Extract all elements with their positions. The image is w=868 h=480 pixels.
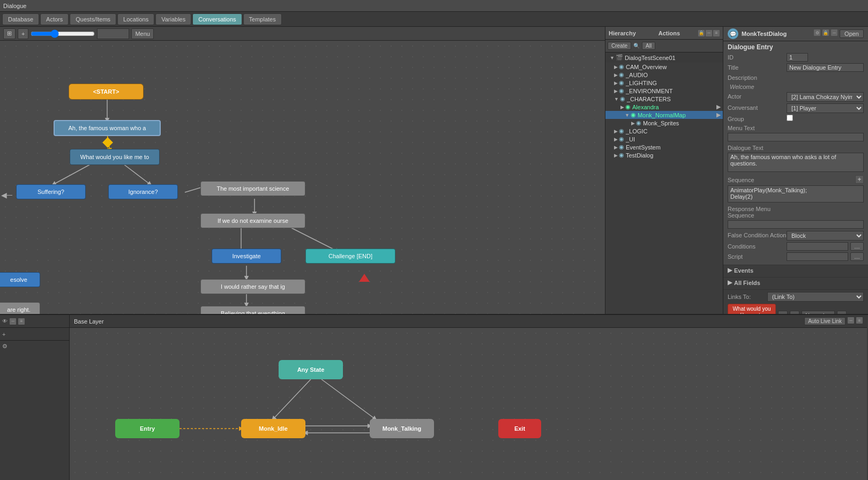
animator-close-btn[interactable]: ≡ <box>856 317 863 324</box>
conditions-input[interactable] <box>787 242 848 251</box>
false-cond-select[interactable]: Block <box>787 231 864 241</box>
hierarchy-all-btn[interactable]: All <box>642 42 655 50</box>
zoom-slider[interactable] <box>31 29 95 38</box>
node-player1[interactable]: What would you like me to <box>70 149 160 165</box>
hierarchy-label-alexandra: Alexandra <box>632 104 659 110</box>
tab-locations[interactable]: Locations <box>117 13 154 25</box>
node-resolve[interactable]: esolve <box>0 272 40 287</box>
tab-templates[interactable]: Templates <box>243 13 282 25</box>
monk-normalmap-arrow[interactable]: ▶ <box>716 111 721 118</box>
anim-node-talking[interactable]: Monk_Talking <box>370 419 434 438</box>
tab-actors[interactable]: Actors <box>40 13 69 25</box>
inspector-minimize-btn[interactable]: ─ <box>831 29 837 36</box>
node-examine[interactable]: If we do not examine ourse <box>200 213 305 228</box>
conditions-ellipsis-btn[interactable]: … <box>850 242 864 251</box>
tab-database[interactable]: Database <box>2 13 39 25</box>
hierarchy-lock-btn[interactable]: 🔒 <box>698 30 705 36</box>
events-section[interactable]: ▶ Events <box>723 265 868 278</box>
canvas-fit-btn[interactable]: ⊞ <box>3 28 16 39</box>
node-canvas[interactable]: <START> Ah, the famous woman who a What … <box>0 41 605 314</box>
response-menu-seq-label: Response Menu Sequence <box>728 205 787 219</box>
logic-icon: ◉ <box>619 128 624 134</box>
zoom-input[interactable]: 1.1090 <box>97 28 129 39</box>
node-npc1[interactable]: Ah, the famous woman who a <box>54 120 161 136</box>
field-menutext-input[interactable] <box>728 133 864 141</box>
tab-variables[interactable]: Variables <box>155 13 191 25</box>
animator-header-btns: Auto Live Link ─ ≡ <box>804 317 863 325</box>
animator-minimize-btn[interactable]: ─ <box>848 317 854 324</box>
node-believing[interactable]: Believing that everything <box>200 306 305 314</box>
animator-panel: Base Layer Auto Live Link ─ ≡ <box>70 315 867 480</box>
animator-left-minimize[interactable]: ─ <box>10 318 16 325</box>
field-actor-select[interactable]: [2] Lama Chokzay Nyima <box>787 92 864 102</box>
animator-auto-live-link-btn[interactable]: Auto Live Link <box>804 317 845 325</box>
hierarchy-item-lighting[interactable]: ▶ ◉ _LIGHTING <box>605 79 723 87</box>
hierarchy-item-monk-normalmap[interactable]: ▼ ◉ Monk_NormalMap ▶ <box>605 111 723 119</box>
inspector-open-btn[interactable]: Open <box>840 29 864 38</box>
hierarchy-create-btn[interactable]: Create <box>608 42 631 50</box>
hierarchy-item-env[interactable]: ▶ ◉ _ENVIRONMENT <box>605 87 723 95</box>
node-rather[interactable]: I would rather say that ig <box>200 279 305 294</box>
right-panels: Hierarchy Actions 🔒 ─ ≡ Create 🔍 All ▼ 🎬… <box>605 27 868 314</box>
animator-connections-svg <box>70 328 867 480</box>
hierarchy-item-testdialog[interactable]: ▶ ◉ TestDialog <box>605 151 723 159</box>
response-menu-seq-input[interactable] <box>728 220 864 229</box>
title-bar: Dialogue <box>0 0 868 12</box>
field-dialoguetext-input[interactable]: Ah, the famous woman who asks a lot of q… <box>728 153 864 172</box>
animator-left-header: 👁 ─ ≡ <box>0 315 69 328</box>
field-group-checkbox[interactable] <box>787 115 793 121</box>
hierarchy-item-eventsystem[interactable]: ▶ ◉ EventSystem <box>605 143 723 151</box>
node-challenge[interactable]: Challenge [END] <box>305 249 395 264</box>
inspector-header-btns: ⚙ 🔒 ─ Open <box>814 29 864 38</box>
anim-node-anystate[interactable]: Any State <box>279 360 343 379</box>
hierarchy-item-ui[interactable]: ▶ ◉ _UI <box>605 135 723 143</box>
inspector-lock-btn[interactable]: 🔒 <box>822 29 829 36</box>
field-group-label: Group <box>728 115 787 122</box>
animator-header: Base Layer Auto Live Link ─ ≡ <box>70 315 867 328</box>
hierarchy-item-cam[interactable]: ▶ ◉ CAM_Overview <box>605 63 723 71</box>
events-arrow: ▶ <box>728 267 732 274</box>
cam-icon: ◉ <box>619 63 624 70</box>
script-ellipsis-btn[interactable]: … <box>850 252 864 261</box>
canvas-menu-btn[interactable]: Menu <box>131 28 154 39</box>
sequence-plus-btn[interactable]: + <box>855 175 864 184</box>
all-fields-section[interactable]: ▶ All Fields <box>723 278 868 290</box>
hierarchy-item-audio[interactable]: ▶ ◉ _AUDIO <box>605 71 723 79</box>
hierarchy-close-btn[interactable]: ≡ <box>713 30 720 36</box>
anim-node-exit[interactable]: Exit <box>498 419 541 438</box>
node-ignorance[interactable]: Ignorance? <box>108 184 178 199</box>
hierarchy-scene[interactable]: ▼ 🎬 DialogTestScene01 <box>608 54 721 62</box>
alexandra-arrow[interactable]: ▶ <box>716 103 721 110</box>
hierarchy-item-characters[interactable]: ▼ ◉ _CHARACTERS <box>605 95 723 103</box>
node-science[interactable]: The most important science <box>200 181 305 196</box>
linked-node-box[interactable]: What would you like me to answer? <box>728 304 776 314</box>
field-title-input[interactable] <box>787 63 864 72</box>
inspector-settings-btn[interactable]: ⚙ <box>814 29 820 36</box>
field-conversant-select[interactable]: [1] Player <box>787 103 864 113</box>
script-input[interactable] <box>787 252 848 261</box>
plus-icon[interactable]: + <box>2 331 5 338</box>
hierarchy-item-alexandra[interactable]: ▶ ◉ Alexandra ▶ <box>605 103 723 111</box>
anim-node-idle[interactable]: Monk_Idle <box>241 419 305 438</box>
tab-quests[interactable]: Quests/Items <box>70 13 116 25</box>
node-investigate[interactable]: Investigate <box>212 249 281 264</box>
anim-node-entry[interactable]: Entry <box>115 419 179 438</box>
animator-left-close[interactable]: ≡ <box>18 318 25 325</box>
anim-anystate-label: Any State <box>297 366 325 373</box>
node-start[interactable]: <START> <box>69 84 144 100</box>
hierarchy-actions-tab[interactable]: Actions <box>659 30 680 36</box>
node-suffering[interactable]: Suffering? <box>16 184 86 199</box>
lighting-icon: ◉ <box>619 79 624 86</box>
sequence-text[interactable]: AnimatorPlay(Monk_Talking); Delay(2) <box>728 185 864 202</box>
svg-line-2 <box>54 164 91 184</box>
hierarchy-item-monk-sprites[interactable]: ▶ ◉ Monk_Sprites <box>605 119 723 127</box>
hierarchy-minimize-btn[interactable]: ─ <box>706 30 712 36</box>
canvas-zoom-in-btn[interactable]: + <box>18 28 28 39</box>
gear-icon[interactable]: ⚙ <box>2 343 8 349</box>
animator-canvas[interactable]: Any State Entry Monk_Idle Monk_Talking E… <box>70 328 867 480</box>
tab-conversations[interactable]: Conversations <box>192 13 242 25</box>
links-to-select[interactable]: (Link To) <box>767 292 864 302</box>
node-are-right[interactable]: are right. <box>0 302 40 314</box>
field-id-input[interactable] <box>787 53 808 62</box>
hierarchy-item-logic[interactable]: ▶ ◉ _LOGIC <box>605 127 723 135</box>
